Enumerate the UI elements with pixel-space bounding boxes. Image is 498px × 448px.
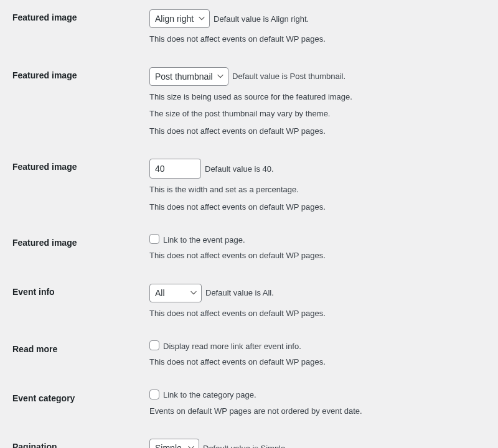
label-featured-image-align: Featured image (0, 0, 143, 58)
desc-featured-image-size-2: The size of the post thumbnail may vary … (149, 108, 492, 120)
hint-event-info: Default value is All. (205, 288, 274, 297)
row-event-category: Event category Link to the category page… (0, 381, 498, 430)
hint-pagination: Default value is Simple. (203, 444, 288, 449)
checkbox-read-more[interactable] (149, 340, 159, 350)
label-pagination: Pagination (0, 429, 143, 448)
label-event-category: Event category (0, 381, 143, 430)
row-featured-image-link: Featured image Link to the event page. T… (0, 225, 498, 274)
desc-featured-image-width-2: This does not affect events on default W… (149, 201, 492, 213)
label-featured-image-width: Featured image (0, 149, 143, 225)
checkbox-featured-image-link[interactable] (149, 234, 159, 244)
settings-form-table: Featured image Align right Default value… (0, 0, 498, 448)
desc-event-info: This does not affect events on default W… (149, 307, 492, 320)
row-featured-image-size: Featured image Post thumbnail Default va… (0, 58, 498, 150)
checkbox-label-featured-image-link[interactable]: Link to the event page. (163, 235, 245, 245)
label-read-more: Read more (0, 332, 143, 381)
desc-featured-image-align: This does not affect events on default W… (149, 33, 492, 45)
row-featured-image-align: Featured image Align right Default value… (0, 0, 498, 58)
checkbox-label-event-category[interactable]: Link to the category page. (163, 390, 256, 399)
desc-featured-image-link: This does not affect events on default W… (149, 250, 492, 262)
hint-featured-image-align: Default value is Align right. (214, 14, 309, 24)
desc-featured-image-width-1: This is the width and set as a percentag… (149, 184, 492, 196)
desc-event-category: Events on default WP pages are not order… (149, 405, 492, 418)
select-featured-image-align[interactable]: Align right (149, 9, 210, 28)
input-featured-image-width[interactable] (149, 159, 201, 179)
desc-read-more: This does not affect events on default W… (149, 356, 492, 368)
row-read-more: Read more Display read more link after e… (0, 332, 498, 381)
label-featured-image-size: Featured image (0, 58, 143, 150)
row-pagination: Pagination Simple Default value is Simpl… (0, 429, 498, 448)
label-featured-image-link: Featured image (0, 225, 143, 274)
select-pagination[interactable]: Simple (149, 439, 199, 448)
select-featured-image-size[interactable]: Post thumbnail (149, 67, 228, 86)
row-event-info: Event info All Default value is All. Thi… (0, 274, 498, 332)
hint-featured-image-width: Default value is 40. (205, 164, 274, 174)
desc-featured-image-size-1: This size is being used as source for th… (149, 91, 492, 103)
hint-featured-image-size: Default value is Post thumbnail. (232, 72, 345, 81)
checkbox-label-read-more[interactable]: Display read more link after event info. (163, 342, 301, 351)
row-featured-image-width: Featured image Default value is 40. This… (0, 149, 498, 225)
label-event-info: Event info (0, 274, 143, 332)
desc-featured-image-size-3: This does not affect events on default W… (149, 125, 492, 138)
checkbox-event-category[interactable] (149, 390, 159, 399)
select-event-info[interactable]: All (149, 284, 202, 302)
